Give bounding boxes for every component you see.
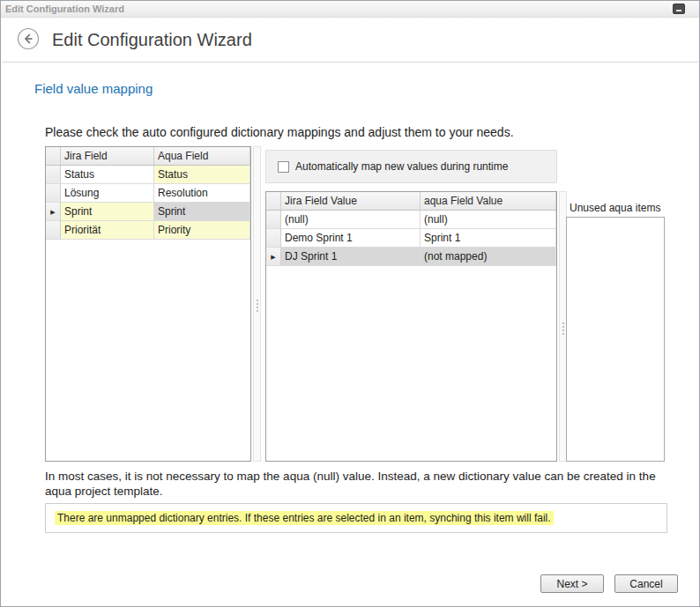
field-table-scrollbar[interactable]	[253, 146, 261, 462]
row-header-corner	[266, 192, 281, 211]
table-row[interactable]: (null)(null)	[266, 211, 556, 229]
section-title: Field value mapping	[34, 81, 153, 96]
table-cell[interactable]: DJ Sprint 1	[281, 248, 421, 266]
current-row-arrow-icon: ▶	[271, 254, 275, 260]
table-cell[interactable]: (null)	[281, 211, 421, 229]
row-selector[interactable]	[266, 229, 281, 248]
table-cell[interactable]: Lösung	[61, 184, 154, 203]
table-cell[interactable]: Demo Sprint 1	[281, 229, 421, 248]
table-row[interactable]: PrioritätPriority	[46, 221, 250, 240]
row-selector[interactable]	[46, 221, 61, 240]
table-row[interactable]: StatusStatus	[46, 166, 250, 184]
value-mapping-table: Jira Field Valueaqua Field Value(null)(n…	[265, 191, 557, 462]
back-button[interactable]	[17, 29, 40, 52]
unmapped-warning-text: There are unmapped dictionary entries. I…	[55, 511, 554, 525]
row-selector-current[interactable]: ▶	[46, 203, 61, 221]
table-cell[interactable]: Status	[61, 166, 154, 184]
table-cell[interactable]: Sprint	[61, 203, 154, 221]
cancel-button[interactable]: Cancel	[614, 574, 678, 593]
column-header[interactable]: Aqua Field	[154, 147, 250, 166]
grid-header-row: Jira FieldAqua Field	[46, 147, 250, 166]
table-cell[interactable]: Status	[154, 166, 250, 184]
edit-configuration-wizard-window: Edit Configuration Wizard Edit Configura…	[0, 0, 700, 607]
field-mapping-table: Jira FieldAqua FieldStatusStatusLösungRe…	[45, 146, 251, 462]
table-cell[interactable]: Resolution	[154, 184, 250, 203]
column-header[interactable]: Jira Field	[61, 147, 154, 166]
table-cell[interactable]: Priority	[154, 221, 250, 240]
row-selector[interactable]	[46, 166, 61, 184]
current-row-arrow-icon: ▶	[50, 209, 55, 215]
warning-box: There are unmapped dictionary entries. I…	[45, 503, 667, 533]
table-row[interactable]: ▶DJ Sprint 1(not mapped)	[266, 248, 556, 266]
table-cell[interactable]: (not mapped)	[421, 248, 556, 266]
column-header[interactable]: aqua Field Value	[421, 192, 556, 211]
minimize-button[interactable]	[673, 4, 685, 14]
titlebar[interactable]: Edit Configuration Wizard	[1, 1, 699, 18]
row-header-corner	[46, 147, 61, 166]
row-selector-current[interactable]: ▶	[266, 248, 281, 266]
next-button[interactable]: Next >	[540, 574, 604, 593]
null-mapping-note: In most cases, it is not necessary to ma…	[45, 469, 662, 499]
table-cell[interactable]: (null)	[421, 211, 556, 229]
table-row[interactable]: LösungResolution	[46, 184, 250, 203]
back-arrow-icon	[17, 27, 40, 53]
auto-map-checkbox-label[interactable]: Automatically map new values during runt…	[295, 160, 508, 173]
table-cell[interactable]: Sprint 1	[421, 229, 556, 248]
row-selector[interactable]	[46, 184, 61, 203]
instruction-text: Please check the auto configured diction…	[45, 125, 514, 139]
row-selector[interactable]	[266, 211, 281, 229]
unused-aqua-items-list[interactable]	[566, 217, 665, 462]
grid-header-row: Jira Field Valueaqua Field Value	[266, 192, 556, 211]
table-cell[interactable]: Priorität	[61, 221, 154, 240]
column-header[interactable]: Jira Field Value	[281, 192, 421, 211]
auto-map-panel: Automatically map new values during runt…	[265, 150, 557, 183]
grip-dots-icon	[257, 303, 258, 305]
unused-aqua-items-label: Unused aqua items	[570, 202, 660, 214]
auto-map-checkbox[interactable]	[278, 161, 289, 173]
table-row[interactable]: ▶SprintSprint	[46, 203, 250, 221]
table-row[interactable]: Demo Sprint 1Sprint 1	[266, 229, 556, 248]
wizard-header: Edit Configuration Wizard	[2, 19, 698, 63]
grip-dots-icon	[562, 326, 564, 328]
titlebar-title: Edit Configuration Wizard	[5, 4, 124, 14]
table-cell[interactable]: Sprint	[154, 203, 250, 221]
page-title: Edit Configuration Wizard	[52, 30, 252, 50]
